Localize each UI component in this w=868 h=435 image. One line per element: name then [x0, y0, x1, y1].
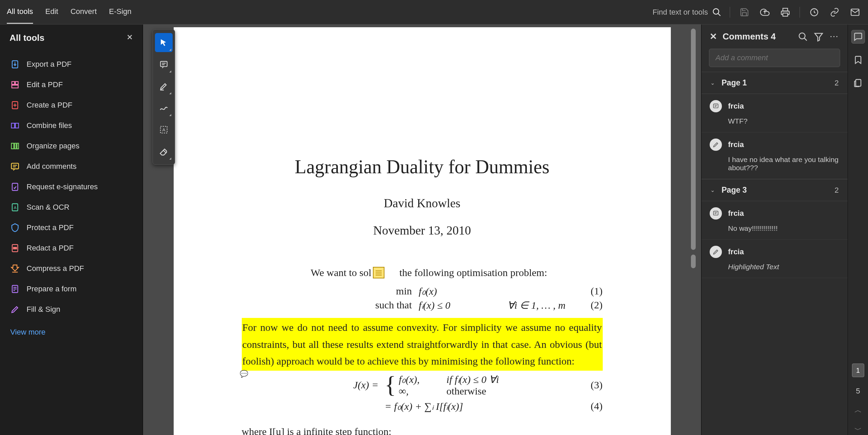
find-text-or-tools[interactable]: Find text or tools	[652, 7, 722, 17]
page-up-button[interactable]: ︿	[854, 405, 862, 415]
comment-username: frcia	[728, 247, 744, 256]
comment-item[interactable]: frciaNo way!!!!!!!!!!!!!	[701, 201, 848, 240]
current-page-indicator[interactable]: 1	[852, 364, 864, 377]
tool-icon	[10, 60, 20, 69]
erase-tool-button[interactable]	[155, 142, 173, 161]
comment-anchor-icon[interactable]: 💬	[240, 370, 248, 378]
email-button[interactable]	[849, 6, 861, 18]
draw-tool-button[interactable]	[155, 98, 173, 117]
tool-icon	[10, 141, 20, 151]
tool-item[interactable]: Add comments	[5, 156, 137, 177]
comment-page-group-header[interactable]: ⌄Page 12	[701, 72, 848, 94]
bookmarks-rail-button[interactable]	[851, 53, 865, 67]
save-button[interactable]	[738, 6, 751, 18]
tool-list: Export a PDFEdit a PDFCreate a PDFCombin…	[0, 51, 143, 322]
thumbnails-rail-button[interactable]	[851, 76, 865, 90]
tool-item[interactable]: Compress a PDF	[5, 258, 137, 279]
view-more-link[interactable]: View more	[0, 322, 143, 342]
comment-page-group-header[interactable]: ⌄Page 32	[701, 179, 848, 201]
group-count: 2	[835, 186, 839, 195]
filter-comments-icon[interactable]	[814, 32, 824, 42]
equation-block-2: J(x) = { f₀(x),if fᵢ(x) ≤ 0 ∀i ∞,otherwi…	[242, 373, 603, 412]
tool-icon: A	[10, 203, 20, 212]
comments-header: ✕ Comments 4 ⋯	[701, 25, 848, 49]
eq2-content: fᵢ(x) ≤ 0	[419, 299, 507, 311]
svg-rect-2	[783, 13, 788, 16]
j-row2-c1: ∞,	[399, 385, 446, 397]
ai-assistant-button[interactable]	[808, 6, 820, 18]
close-comments-button[interactable]: ✕	[710, 31, 717, 42]
text-select-tool-button[interactable]: A	[155, 120, 173, 139]
document-scrollbar[interactable]	[690, 27, 696, 435]
document-viewport[interactable]: Lagrangian Duality for Dummies David Kno…	[143, 25, 701, 435]
scrollbar-thumb-extra[interactable]	[691, 255, 696, 268]
select-tool-button[interactable]	[155, 33, 173, 52]
close-left-panel-button[interactable]	[126, 34, 133, 42]
menu-edit[interactable]: Edit	[45, 0, 58, 24]
total-pages: 5	[856, 387, 860, 396]
comments-rail-button[interactable]	[851, 30, 865, 44]
document-author: David Knowles	[174, 196, 671, 210]
tool-item[interactable]: Request e-signatures	[5, 177, 137, 197]
link-button[interactable]	[828, 6, 841, 18]
floating-toolbar: A	[153, 29, 175, 165]
tool-item[interactable]: Edit a PDF	[5, 75, 137, 95]
chevron-down-icon: ⌄	[710, 80, 715, 86]
eq4-content: = f₀(x) + ∑ᵢ I[fᵢ(x)]	[385, 400, 463, 412]
tool-item[interactable]: Organize pages	[5, 136, 137, 156]
comment-item[interactable]: frciaWTF?	[701, 94, 848, 132]
top-menu-bar: All tools Edit Convert E-Sign Find text …	[0, 0, 868, 25]
tool-icon	[10, 162, 20, 171]
tool-item[interactable]: Combine files	[5, 115, 137, 136]
comment-item[interactable]: frciaI have no idea what are you talking…	[701, 132, 848, 179]
chevron-down-icon: ⌄	[710, 187, 715, 193]
eq1-number: (1)	[575, 285, 603, 297]
tool-icon	[10, 223, 20, 232]
note-avatar-icon	[710, 100, 722, 112]
highlight-tool-button[interactable]	[155, 77, 173, 96]
print-button[interactable]	[779, 6, 791, 18]
menu-esign[interactable]: E-Sign	[109, 0, 131, 24]
menu-convert[interactable]: Convert	[70, 0, 97, 24]
svg-rect-29	[13, 247, 16, 249]
tool-item[interactable]: Redact a PDF	[5, 238, 137, 258]
pencil-avatar-icon	[710, 246, 722, 258]
more-options-icon[interactable]: ⋯	[829, 32, 839, 42]
tool-item[interactable]: Protect a PDF	[5, 218, 137, 238]
comment-item[interactable]: frciaHighlighted Text	[701, 240, 848, 278]
tool-item[interactable]: Prepare a form	[5, 279, 137, 299]
tool-label: Export a PDF	[27, 60, 72, 69]
tool-icon	[10, 80, 20, 90]
eq2-quantifier: ∀i ∈ 1, … , m	[507, 299, 575, 311]
tool-icon	[10, 243, 20, 253]
divider	[800, 7, 800, 18]
scrollbar-thumb[interactable]	[691, 29, 696, 250]
svg-text:A: A	[14, 205, 17, 210]
svg-rect-48	[713, 211, 718, 215]
tool-item[interactable]: Create a PDF	[5, 95, 137, 115]
tool-item[interactable]: Fill & Sign	[5, 299, 137, 320]
svg-point-0	[713, 9, 719, 14]
document-body: We want to sol the following optimisatio…	[174, 267, 671, 435]
comment-text: WTF?	[728, 117, 839, 125]
page-down-button[interactable]: ﹀	[854, 425, 862, 435]
eq2-label: such that	[242, 299, 419, 311]
brace-icon: {	[385, 375, 399, 395]
menu-all-tools[interactable]: All tools	[7, 0, 33, 24]
comments-list: ⌄Page 12frciaWTF?frciaI have no idea wha…	[701, 72, 848, 278]
highlighted-paragraph[interactable]: For now we do not need to assume convexi…	[242, 318, 603, 371]
comment-text: No way!!!!!!!!!!!!!	[728, 224, 839, 232]
tool-label: Fill & Sign	[27, 305, 60, 314]
svg-rect-45	[713, 104, 718, 108]
upload-cloud-button[interactable]	[759, 6, 771, 18]
intro-text-b: the following optimisation problem:	[386, 267, 547, 278]
tool-item[interactable]: AScan & OCR	[5, 197, 137, 218]
add-comment-input[interactable]	[709, 49, 840, 67]
tool-icon	[10, 264, 20, 273]
svg-rect-16	[12, 123, 15, 128]
svg-rect-22	[12, 163, 19, 169]
comment-marker-icon[interactable]	[373, 267, 384, 278]
sticky-note-tool-button[interactable]	[155, 55, 173, 74]
search-comments-icon[interactable]	[798, 32, 808, 42]
tool-item[interactable]: Export a PDF	[5, 54, 137, 75]
